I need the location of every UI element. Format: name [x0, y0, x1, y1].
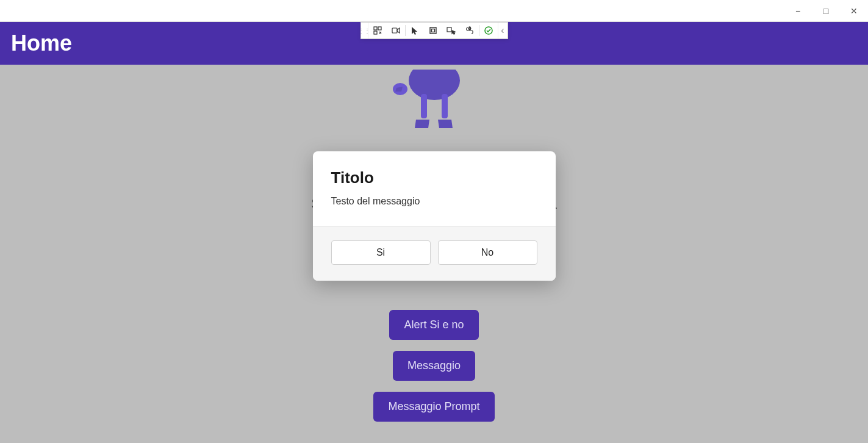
dialog-no-button[interactable]: No: [438, 240, 537, 265]
svg-rect-3: [392, 28, 397, 33]
svg-rect-2: [374, 31, 377, 34]
dialog-actions: Si No: [313, 226, 556, 281]
display-layout-adorners-icon[interactable]: [424, 23, 442, 38]
collapse-toolbar-icon[interactable]: ‹: [498, 23, 508, 38]
app-container: Home ⋮⋮ {} ‹: [0, 22, 868, 443]
svg-rect-0: [374, 27, 377, 30]
svg-text:{}: {}: [468, 26, 470, 30]
live-visual-tree-icon[interactable]: [368, 23, 387, 38]
dialog-overlay: Titolo Testo del messaggio Si No: [0, 22, 868, 443]
select-element-icon[interactable]: [406, 23, 424, 38]
maximize-button[interactable]: □: [812, 0, 840, 22]
dialog-content: Titolo Testo del messaggio: [313, 151, 556, 226]
minimize-button[interactable]: −: [784, 0, 812, 22]
toolbar-grip-icon[interactable]: ⋮⋮: [361, 23, 368, 38]
debug-toolbar[interactable]: ⋮⋮ {} ‹: [360, 22, 508, 39]
svg-rect-4: [430, 27, 436, 34]
alert-dialog: Titolo Testo del messaggio Si No: [313, 151, 556, 281]
window-chrome: − □ ✕: [0, 0, 868, 22]
dialog-title: Titolo: [331, 168, 537, 187]
svg-rect-6: [447, 27, 451, 32]
hot-reload-icon[interactable]: [479, 23, 498, 38]
window-controls: − □ ✕: [784, 0, 868, 22]
dialog-message: Testo del messaggio: [331, 196, 537, 207]
xaml-binding-failures-icon[interactable]: {}: [461, 23, 479, 38]
dialog-yes-button[interactable]: Si: [331, 240, 431, 265]
close-button[interactable]: ✕: [840, 0, 868, 22]
video-recorder-icon[interactable]: [387, 23, 405, 38]
svg-rect-5: [431, 29, 434, 32]
svg-rect-1: [378, 27, 381, 30]
track-focused-element-icon[interactable]: [442, 23, 461, 38]
